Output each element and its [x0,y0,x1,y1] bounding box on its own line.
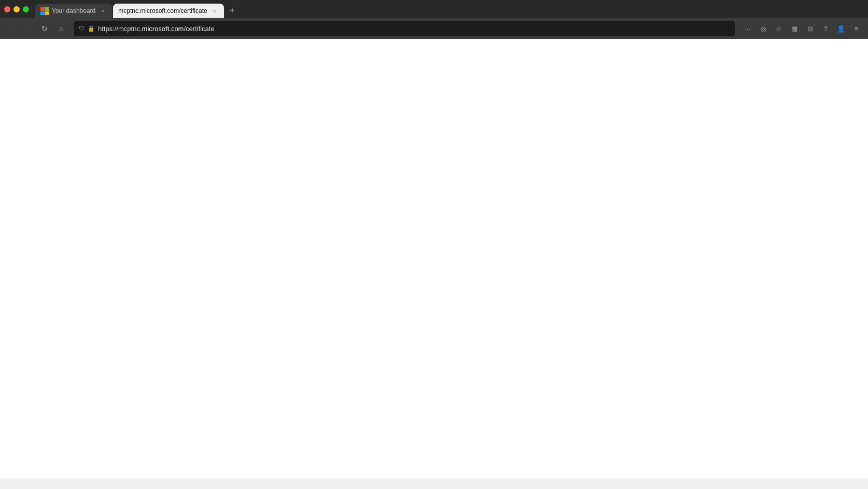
library-icon: ▦ [791,25,797,33]
help-icon: ? [823,25,827,33]
home-icon: ⌂ [59,24,63,33]
pocket-icon: ◎ [761,25,766,33]
help-button[interactable]: ? [818,21,833,36]
account-icon: 👤 [837,25,845,33]
browser-window: Your dashboard × mcptnc.microsoft.com/ce… [0,0,868,489]
menu-icon: ≡ [855,25,859,33]
address-bar[interactable]: 🛡 🔒 https://mcptnc.microsoft.com/certifi… [74,21,735,36]
forward-icon: → [24,24,32,33]
home-button[interactable]: ⌂ [54,21,68,36]
library-button[interactable]: ▦ [787,21,802,36]
tab-close-certificate[interactable]: × [211,7,219,15]
title-bar: Your dashboard × mcptnc.microsoft.com/ce… [0,0,868,18]
page-content [0,39,868,479]
status-bar [0,479,868,489]
new-tab-button[interactable]: + [225,3,240,18]
forward-button[interactable]: → [21,21,35,36]
lock-icon: 🔒 [88,25,95,32]
more-icon: ··· [745,25,751,33]
synced-tabs-button[interactable]: ⊟ [803,21,817,36]
toolbar-right: ··· ◎ ☆ ▦ ⊟ ? 👤 ≡ [740,21,864,36]
url-display: https://mcptnc.microsoft.com/certificate [98,25,730,33]
tab-title-certificate: mcptnc.microsoft.com/certificate [118,7,207,15]
close-button[interactable] [4,6,10,12]
back-icon: ← [8,24,15,33]
back-button[interactable]: ← [4,21,19,36]
shield-icon: 🛡 [79,25,85,32]
synced-tabs-icon: ⊟ [807,25,813,33]
tab-certificate[interactable]: mcptnc.microsoft.com/certificate × [113,4,223,18]
star-icon: ☆ [776,25,782,33]
microsoft-favicon [40,7,49,15]
maximize-button[interactable] [23,6,29,12]
nav-bar: ← → ↻ ⌂ 🛡 🔒 https://mcptnc.microsoft.com… [0,18,868,39]
tab-dashboard[interactable]: Your dashboard × [35,4,112,18]
reload-button[interactable]: ↻ [37,21,52,36]
menu-button[interactable]: ≡ [849,21,864,36]
minimize-button[interactable] [13,6,20,12]
tabs-bar: Your dashboard × mcptnc.microsoft.com/ce… [35,0,864,18]
tab-title-dashboard: Your dashboard [52,7,95,15]
tab-close-dashboard[interactable]: × [99,7,107,15]
reload-icon: ↻ [41,24,48,33]
window-controls [4,6,29,12]
account-button[interactable]: 👤 [834,21,848,36]
more-button[interactable]: ··· [740,21,755,36]
bookmark-button[interactable]: ☆ [772,21,786,36]
pocket-button[interactable]: ◎ [756,21,771,36]
plus-icon: + [229,5,235,16]
